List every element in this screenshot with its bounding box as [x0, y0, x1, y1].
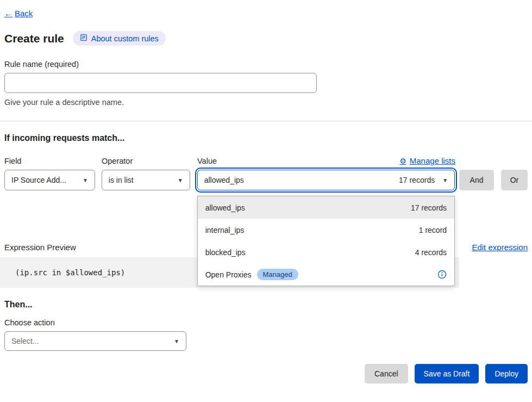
or-button[interactable]: Or: [501, 170, 528, 190]
list-option-open-proxies[interactable]: Open Proxies Managed: [198, 263, 454, 286]
operator-select[interactable]: is in list ▼: [102, 170, 190, 190]
list-option-name: internal_ips: [205, 226, 245, 234]
value-dropdown-menu: allowed_ips 17 records internal_ips 1 re…: [197, 196, 455, 286]
about-custom-rules-label: About custom rules: [91, 34, 159, 43]
and-button[interactable]: And: [459, 170, 494, 190]
list-option-allowed-ips[interactable]: allowed_ips 17 records: [198, 196, 454, 219]
action-select-value: Select...: [11, 337, 39, 345]
back-label: Back: [15, 9, 33, 18]
footer-actions: Cancel Save as Draft Deploy: [4, 364, 528, 384]
chevron-down-icon: ▼: [172, 177, 183, 183]
operator-select-value: is in list: [109, 176, 134, 184]
book-icon: [80, 34, 87, 43]
page-title: Create rule: [4, 32, 64, 45]
section-divider: [0, 121, 532, 121]
value-select-records: 17 records: [399, 176, 435, 184]
list-option-records: 1 record: [419, 226, 447, 234]
list-option-blocked-ips[interactable]: blocked_ips 4 records: [198, 241, 454, 263]
match-controls-row: IP Source Add... ▼ is in list ▼ allowed_…: [4, 170, 528, 190]
manage-lists-link[interactable]: ⚙ Manage lists: [399, 156, 455, 165]
about-custom-rules-link[interactable]: About custom rules: [73, 31, 166, 46]
back-link[interactable]: ← Back: [4, 9, 33, 18]
action-select[interactable]: Select... ▼: [4, 331, 186, 351]
title-row: Create rule About custom rules: [4, 31, 528, 46]
list-option-records: 4 records: [415, 248, 447, 257]
choose-action-label: Choose action: [4, 318, 528, 327]
back-arrow-icon: ←: [4, 9, 12, 18]
info-icon[interactable]: [437, 270, 447, 279]
rule-name-input[interactable]: [4, 73, 317, 93]
deploy-button[interactable]: Deploy: [485, 364, 528, 384]
chevron-down-icon: ▼: [77, 177, 88, 183]
field-select[interactable]: IP Source Add... ▼: [4, 170, 95, 190]
create-rule-page: ← Back Create rule About custom rules Ru…: [0, 0, 532, 384]
list-option-name: blocked_ips: [205, 248, 246, 257]
match-heading: If incoming requests match...: [4, 133, 528, 143]
gear-icon: ⚙: [399, 157, 406, 165]
list-option-records: 17 records: [411, 203, 447, 212]
chevron-down-icon: ▼: [168, 338, 179, 344]
list-option-name: allowed_ips: [205, 203, 245, 212]
edit-expression-link[interactable]: Edit expression: [472, 243, 528, 252]
field-select-value: IP Source Add...: [11, 176, 66, 184]
expression-preview-label: Expression Preview: [4, 243, 76, 252]
chevron-down-icon: ▼: [442, 177, 448, 183]
value-select-wrap: allowed_ips 17 records ▼ allowed_ips 17 …: [197, 170, 455, 190]
then-heading: Then...: [4, 300, 528, 310]
rule-name-label: Rule name (required): [4, 60, 528, 69]
value-select[interactable]: allowed_ips 17 records ▼: [197, 170, 455, 190]
manage-lists-label: Manage lists: [410, 156, 455, 165]
match-labels-row: Field Operator Value ⚙ Manage lists: [4, 156, 528, 165]
cancel-button[interactable]: Cancel: [365, 364, 408, 384]
value-label: Value: [197, 157, 217, 165]
save-as-draft-button[interactable]: Save as Draft: [415, 364, 479, 384]
managed-badge: Managed: [257, 269, 298, 280]
field-label: Field: [4, 157, 95, 165]
operator-label: Operator: [102, 157, 190, 165]
list-option-internal-ips[interactable]: internal_ips 1 record: [198, 219, 454, 241]
value-select-name: allowed_ips: [204, 176, 244, 184]
list-option-name: Open Proxies: [205, 270, 252, 279]
rule-name-helper: Give your rule a descriptive name.: [4, 98, 528, 107]
